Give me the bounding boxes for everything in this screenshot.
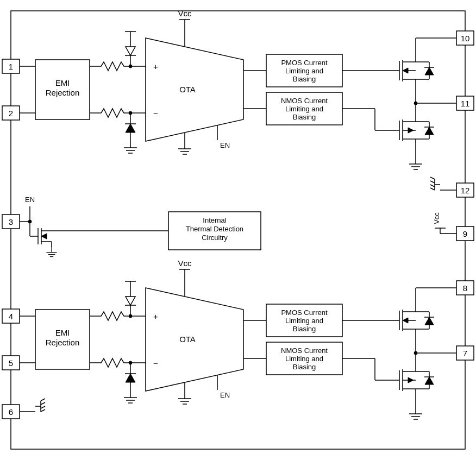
- svg-text:+: +: [153, 312, 158, 321]
- pmos-label-1: PMOS Current: [281, 59, 328, 67]
- en-bot-label: EN: [220, 391, 230, 399]
- svg-text:Rejection: Rejection: [46, 338, 80, 347]
- svg-text:NMOS Current: NMOS Current: [281, 346, 328, 355]
- pin-5-label: 5: [9, 358, 13, 368]
- nmos-label-3: Biasing: [293, 113, 316, 121]
- pin-9-label: 9: [463, 229, 467, 238]
- pin-8-label: 8: [463, 283, 467, 293]
- en-top-label: EN: [220, 141, 230, 149]
- svg-text:−: −: [153, 358, 158, 368]
- vcc-top-label: Vcc: [178, 9, 192, 18]
- pin-1-label: 1: [9, 62, 13, 71]
- nmos-label-2: Limiting and: [285, 105, 323, 113]
- pin-4-label: 4: [9, 312, 13, 321]
- ota-label: OTA: [179, 85, 196, 94]
- svg-text:OTA: OTA: [179, 335, 196, 344]
- svg-text:Biasing: Biasing: [293, 363, 316, 371]
- nmos-label-1: NMOS Current: [281, 97, 328, 105]
- pin-2-label: 2: [9, 109, 13, 118]
- vcc-bot-label: Vcc: [178, 259, 192, 268]
- pmos-label-2: Limiting and: [285, 67, 323, 75]
- pin-7-label: 7: [463, 349, 467, 358]
- vcc-right-label: Vcc: [433, 212, 441, 224]
- thermal-label-1: Internal: [203, 216, 226, 224]
- svg-text:Limiting and: Limiting and: [285, 317, 323, 325]
- emi-rejection-label-2: Rejection: [46, 88, 80, 97]
- en-pin-label: EN: [25, 196, 35, 204]
- pin-3-label: 3: [9, 217, 13, 226]
- pin-6-label: 6: [9, 407, 13, 417]
- pin-12-label: 12: [461, 186, 470, 195]
- svg-text:Biasing: Biasing: [293, 325, 316, 333]
- thermal-label-3: Circuitry: [202, 234, 228, 242]
- ota-minus-label: −: [153, 109, 158, 118]
- pin-10-label: 10: [461, 34, 470, 43]
- thermal-label-2: Thermal Detection: [186, 225, 243, 233]
- svg-text:Limiting and: Limiting and: [285, 355, 323, 363]
- svg-text:EMI: EMI: [55, 328, 70, 337]
- svg-text:PMOS Current: PMOS Current: [281, 308, 328, 317]
- ota-plus-label: +: [153, 62, 158, 71]
- pin-11-label: 11: [461, 99, 470, 108]
- block-diagram: 1 2 3 4 5 6 10 11 12 9 8 7 EMI Rejection: [0, 0, 476, 460]
- pmos-label-3: Biasing: [293, 75, 316, 83]
- emi-rejection-label-1: EMI: [55, 78, 70, 87]
